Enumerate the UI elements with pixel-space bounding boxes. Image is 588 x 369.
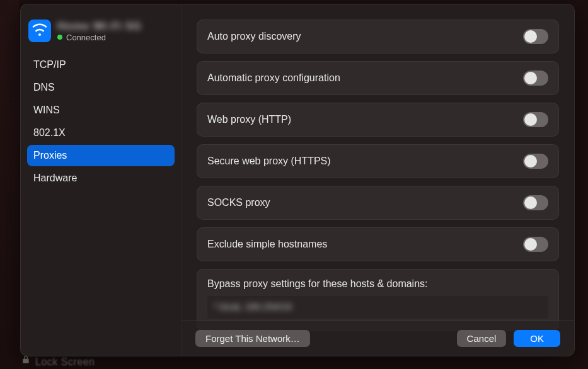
toggle-knob-icon [524,196,537,209]
toggle-knob-icon [524,238,537,251]
sidebar-item-dns[interactable]: DNS [27,77,175,98]
toggle-web-proxy-http[interactable] [523,112,548,127]
toggle-exclude-simple-hostnames[interactable] [523,237,548,252]
sidebar-item-proxies[interactable]: Proxies [27,145,175,166]
network-name: Home Wi-Fi 5G [57,20,142,33]
background-lock-screen-label: Lock Screen [35,356,95,368]
footer: Forget This Network… Cancel OK [182,321,574,356]
settings-sheet: Home Wi-Fi 5G Connected TCP/IP DNS WINS … [20,4,575,356]
cancel-button[interactable]: Cancel [457,330,507,347]
row-web-proxy-http: Web proxy (HTTP) [197,103,559,137]
row-label: Automatic proxy configuration [207,72,340,84]
row-label: SOCKS proxy [207,197,270,208]
network-text: Home Wi-Fi 5G Connected [57,20,142,42]
forget-network-button[interactable]: Forget This Network… [195,330,310,347]
sidebar-item-8021x[interactable]: 802.1X [27,122,175,144]
sidebar-item-tcpip[interactable]: TCP/IP [27,54,175,76]
toggle-knob-icon [524,72,537,84]
ok-button[interactable]: OK [514,330,560,347]
toggle-knob-icon [524,30,537,43]
row-exclude-simple-hostnames: Exclude simple hostnames [197,227,559,261]
bypass-hosts-field[interactable]: *.local, 169.254/16 [207,296,548,319]
row-label: Web proxy (HTTP) [207,114,291,125]
proxy-rows: Auto proxy discovery Automatic proxy con… [197,20,559,331]
toggle-automatic-proxy-config[interactable] [523,71,548,86]
row-secure-web-proxy-https: Secure web proxy (HTTPS) [197,144,559,178]
sidebar: Home Wi-Fi 5G Connected TCP/IP DNS WINS … [21,4,182,356]
row-label: Secure web proxy (HTTPS) [207,156,331,167]
bypass-label: Bypass proxy settings for these hosts & … [207,278,548,290]
background-sidebar-strip [0,0,19,369]
status-dot-icon [57,35,62,40]
sidebar-item-wins[interactable]: WINS [27,99,175,121]
sidebar-item-hardware[interactable]: Hardware [27,167,175,189]
toggle-knob-icon [524,113,537,126]
toggle-knob-icon [524,155,537,167]
network-header: Home Wi-Fi 5G Connected [27,17,175,51]
toggle-auto-proxy-discovery[interactable] [523,29,548,44]
network-status: Connected [57,33,142,42]
wifi-icon [28,20,51,42]
row-automatic-proxy-config: Automatic proxy configuration [197,61,559,95]
row-label: Exclude simple hostnames [207,239,327,250]
row-auto-proxy-discovery: Auto proxy discovery [197,20,559,54]
sidebar-list: TCP/IP DNS WINS 802.1X Proxies Hardware [27,54,175,190]
bypass-hosts-value: *.local, 169.254/16 [214,301,292,312]
row-label: Auto proxy discovery [207,31,301,42]
row-socks-proxy: SOCKS proxy [197,186,559,220]
lock-icon [21,355,30,366]
toggle-secure-web-proxy-https[interactable] [523,154,548,169]
content-pane: Auto proxy discovery Automatic proxy con… [182,4,574,356]
status-label: Connected [66,33,106,42]
toggle-socks-proxy[interactable] [523,195,548,210]
footer-right: Cancel OK [457,330,560,347]
